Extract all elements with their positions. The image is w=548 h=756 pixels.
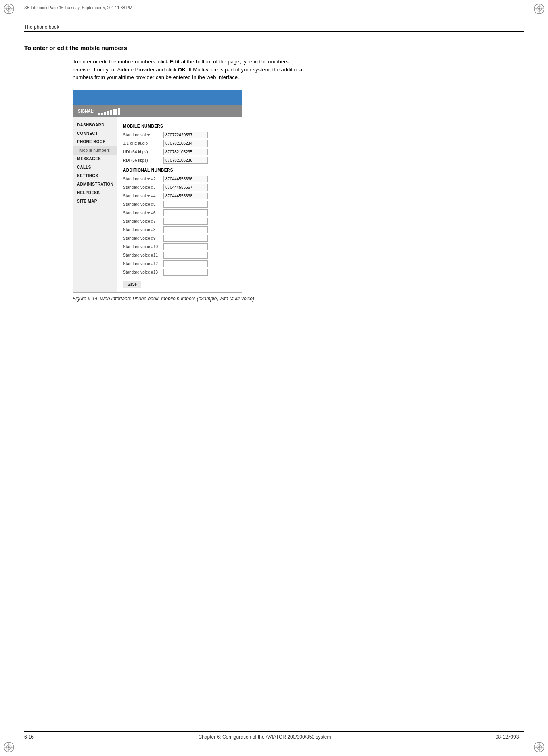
signal-bar-5 — [110, 110, 112, 115]
nav-connect[interactable]: CONNECT — [73, 129, 117, 138]
section-heading: To enter or edit the mobile numbers — [24, 44, 524, 51]
nav-site-map[interactable]: SITE MAP — [73, 197, 117, 205]
signal-label: SIGNAL: — [78, 109, 94, 113]
nav-dashboard[interactable]: DASHBOARD — [73, 121, 117, 129]
label-voice3: Standard voice #3 — [123, 185, 163, 190]
field-standard-voice: Standard voice — [123, 132, 236, 138]
input-voice3[interactable] — [163, 184, 208, 191]
label-voice11: Standard voice #11 — [123, 253, 163, 258]
label-voice6: Standard voice #6 — [123, 211, 163, 215]
additional-numbers-title: ADDITIONAL NUMBERS — [123, 168, 236, 172]
field-voice13: Standard voice #13 — [123, 269, 236, 276]
input-voice10[interactable] — [163, 243, 208, 250]
nav-messages[interactable]: MESSAGES — [73, 155, 117, 163]
footer-center: Chapter 6: Configuration of the AVIATOR … — [199, 734, 331, 740]
field-voice12: Standard voice #12 — [123, 260, 236, 267]
field-voice2: Standard voice #2 — [123, 176, 236, 182]
figure-caption: Figure 6-14: Web interface: Phone book, … — [73, 296, 524, 302]
field-voice11: Standard voice #11 — [123, 252, 236, 259]
signal-bar-8 — [118, 108, 120, 115]
signal-bar-3 — [104, 112, 106, 115]
mobile-numbers-title: MOBILE NUMBERS — [123, 124, 236, 128]
page-header: The phone book — [24, 24, 524, 32]
label-31khz: 3.1 kHz audio — [123, 141, 163, 146]
field-voice8: Standard voice #8 — [123, 226, 236, 233]
ss-signal-row: SIGNAL: — [73, 105, 242, 117]
main-content: To enter or edit the mobile numbers To e… — [24, 32, 524, 302]
field-rdi: RDI (56 kbps) — [123, 157, 236, 164]
label-voice5: Standard voice #5 — [123, 202, 163, 207]
nav-mobile-numbers[interactable]: Mobile numbers — [73, 146, 117, 155]
nav-calls[interactable]: CALLS — [73, 163, 117, 172]
field-voice7: Standard voice #7 — [123, 218, 236, 225]
input-rdi[interactable] — [163, 157, 208, 164]
signal-bar-4 — [107, 111, 109, 115]
input-voice9[interactable] — [163, 235, 208, 242]
input-voice2[interactable] — [163, 176, 208, 182]
input-voice13[interactable] — [163, 269, 208, 276]
field-31khz: 3.1 kHz audio — [123, 140, 236, 147]
ss-nav: DASHBOARD CONNECT PHONE BOOK Mobile numb… — [73, 117, 117, 292]
label-voice12: Standard voice #12 — [123, 262, 163, 266]
label-voice8: Standard voice #8 — [123, 228, 163, 232]
nav-helpdesk[interactable]: HELPDESK — [73, 188, 117, 197]
field-voice5: Standard voice #5 — [123, 201, 236, 208]
label-rdi: RDI (56 kbps) — [123, 158, 163, 163]
input-voice7[interactable] — [163, 218, 208, 225]
field-udi: UDI (64 kbps) — [123, 149, 236, 155]
signal-bar-2 — [101, 113, 103, 115]
signal-bars — [98, 108, 120, 115]
field-voice9: Standard voice #9 — [123, 235, 236, 242]
input-voice12[interactable] — [163, 260, 208, 267]
input-voice8[interactable] — [163, 226, 208, 233]
ss-blue-header — [73, 90, 242, 105]
label-voice4: Standard voice #4 — [123, 194, 163, 198]
input-31khz[interactable] — [163, 140, 208, 147]
signal-bar-1 — [98, 113, 100, 115]
field-voice3: Standard voice #3 — [123, 184, 236, 191]
input-voice6[interactable] — [163, 209, 208, 216]
screenshot-container: SIGNAL: DASHBOARD CONNECT PHONE BOOK Mob… — [73, 90, 242, 293]
input-udi[interactable] — [163, 149, 208, 155]
corner-mark-tl — [3, 3, 15, 15]
signal-bar-6 — [113, 109, 115, 115]
save-button[interactable]: Save — [123, 281, 141, 288]
corner-mark-br — [533, 741, 545, 753]
body-text: To enter or edit the mobile numbers, cli… — [73, 58, 307, 82]
label-voice13: Standard voice #13 — [123, 270, 163, 274]
field-voice6: Standard voice #6 — [123, 209, 236, 216]
input-voice4[interactable] — [163, 193, 208, 199]
footer-left: 6-16 — [24, 734, 34, 740]
corner-mark-bl — [3, 741, 15, 753]
ss-body: DASHBOARD CONNECT PHONE BOOK Mobile numb… — [73, 117, 242, 292]
nav-administration[interactable]: ADMINISTRATION — [73, 180, 117, 188]
page-footer: 6-16 Chapter 6: Configuration of the AVI… — [24, 731, 524, 740]
field-voice4: Standard voice #4 — [123, 193, 236, 199]
field-voice10: Standard voice #10 — [123, 243, 236, 250]
footer-right: 98-127093-H — [496, 734, 524, 740]
label-udi: UDI (64 kbps) — [123, 150, 163, 154]
ss-content: MOBILE NUMBERS Standard voice 3.1 kHz au… — [117, 117, 242, 292]
label-voice9: Standard voice #9 — [123, 236, 163, 241]
input-voice11[interactable] — [163, 252, 208, 259]
nav-phone-book[interactable]: PHONE BOOK — [73, 138, 117, 146]
label-voice10: Standard voice #10 — [123, 245, 163, 249]
doc-meta: SB-Lite.book Page 16 Tuesday, September … — [24, 6, 132, 10]
corner-mark-tr — [533, 3, 545, 15]
label-standard-voice: Standard voice — [123, 133, 163, 137]
signal-bar-7 — [115, 109, 117, 115]
label-voice7: Standard voice #7 — [123, 219, 163, 224]
label-voice2: Standard voice #2 — [123, 177, 163, 181]
nav-settings[interactable]: SETTINGS — [73, 172, 117, 180]
input-standard-voice[interactable] — [163, 132, 208, 138]
input-voice5[interactable] — [163, 201, 208, 208]
